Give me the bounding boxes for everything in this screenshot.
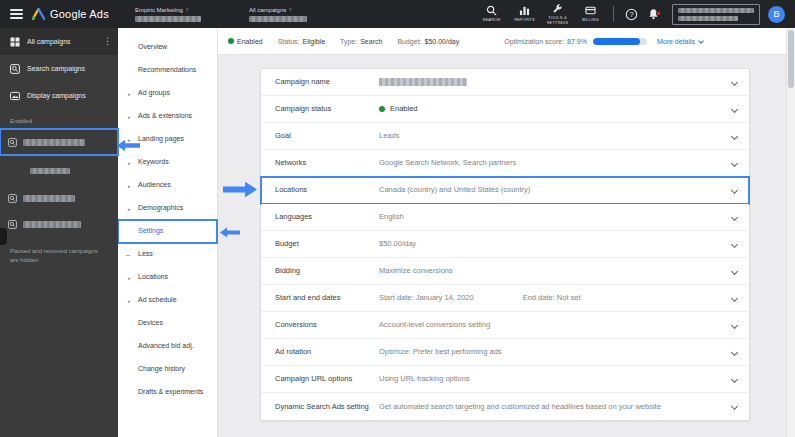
sidebar-collapse-handle[interactable] bbox=[0, 228, 7, 245]
help-icon: ? bbox=[625, 8, 638, 21]
chevron-down-icon[interactable] bbox=[731, 294, 738, 301]
redacted-campaign-name bbox=[23, 195, 75, 202]
nav-item-advanced-bid-adj[interactable]: Advanced bid adj. bbox=[118, 335, 217, 358]
nav-item-less[interactable]: –Less bbox=[118, 243, 217, 266]
sidebar-item-all-campaigns[interactable]: All campaigns ⋮ bbox=[0, 28, 118, 55]
more-details-label: More details bbox=[657, 38, 695, 45]
sidebar-item-label: Display campaigns bbox=[27, 92, 86, 99]
enabled-status[interactable]: Enabled bbox=[228, 38, 263, 45]
chevron-down-icon[interactable] bbox=[731, 375, 738, 382]
optimization-value: 87.9% bbox=[567, 38, 587, 45]
nav-item-ad-schedule[interactable]: ▸Ad schedule bbox=[118, 289, 217, 312]
campaign-item[interactable] bbox=[0, 185, 118, 211]
nav-item-change-history[interactable]: Change history bbox=[118, 358, 217, 381]
settings-row-start-and-end-dates[interactable]: Start and end datesStart date: January 1… bbox=[261, 285, 749, 312]
more-options-icon[interactable]: ⋮ bbox=[103, 37, 112, 46]
status-field: Status: Eligible bbox=[278, 38, 325, 45]
breadcrumb-campaigns[interactable]: All campaigns › bbox=[249, 6, 307, 22]
settings-row-locations[interactable]: LocationsCanada (country) and United Sta… bbox=[261, 177, 749, 204]
optimization-label: Optimization score: bbox=[504, 38, 564, 45]
settings-row-bidding[interactable]: BiddingMaximize conversions bbox=[261, 258, 749, 285]
settings-row-ad-rotation[interactable]: Ad rotationOptimize: Prefer best perform… bbox=[261, 339, 749, 366]
chevron-down-icon[interactable] bbox=[731, 159, 738, 166]
redacted-campaign-name bbox=[23, 221, 81, 228]
main-content: Enabled Status: Eligible Type: Search Bu… bbox=[218, 28, 795, 437]
nav-item-label: Advanced bid adj. bbox=[138, 342, 194, 351]
nav-item-keywords[interactable]: ▸Keywords bbox=[118, 151, 217, 174]
settings-row-conversions[interactable]: ConversionsAccount-level conversions set… bbox=[261, 312, 749, 339]
topnav-label: SEARCH bbox=[483, 18, 501, 23]
help-button[interactable]: ? bbox=[620, 8, 642, 21]
campaign-item-selected[interactable] bbox=[0, 129, 118, 155]
settings-row-dynamic-search-ads-setting[interactable]: Dynamic Search Ads settingGet automated … bbox=[261, 393, 749, 420]
setting-value: Using URL tracking options bbox=[379, 374, 722, 384]
breadcrumb-chevron-icon: › bbox=[186, 6, 188, 13]
settings-row-budget[interactable]: Budget$50.00/day bbox=[261, 231, 749, 258]
nav-item-demographics[interactable]: ▸Demographics bbox=[118, 197, 217, 220]
setting-label: Campaign name bbox=[275, 77, 379, 87]
campaign-item[interactable] bbox=[0, 211, 118, 237]
campaign-icon bbox=[8, 138, 17, 147]
chevron-down-icon[interactable] bbox=[731, 213, 738, 220]
setting-value: Maximize conversions bbox=[379, 266, 722, 276]
more-details-button[interactable]: More details bbox=[657, 38, 703, 45]
menu-icon[interactable] bbox=[10, 9, 23, 19]
settings-row-campaign-url-options[interactable]: Campaign URL optionsUsing URL tracking o… bbox=[261, 366, 749, 393]
topnav-search-button[interactable]: SEARCH bbox=[475, 0, 508, 28]
sidebar-item-display-campaigns[interactable]: Display campaigns bbox=[0, 82, 118, 109]
chevron-down-icon[interactable] bbox=[731, 78, 738, 85]
chevron-down-icon[interactable] bbox=[731, 240, 738, 247]
scrollbar-thumb[interactable] bbox=[788, 30, 794, 88]
svg-text:?: ? bbox=[629, 10, 633, 19]
topnav-billing-button[interactable]: BILLING bbox=[574, 0, 607, 28]
breadcrumb-account[interactable]: Empiric Marketing › bbox=[135, 6, 201, 22]
product-name: Google Ads bbox=[50, 8, 109, 20]
chevron-down-icon[interactable] bbox=[731, 186, 738, 193]
nav-item-landing-pages[interactable]: ▸Landing pages bbox=[118, 128, 217, 151]
optimization-score-field: Optimization score: 87.9% bbox=[504, 38, 587, 45]
optimization-score-fill bbox=[593, 38, 640, 45]
billing-icon bbox=[585, 5, 596, 16]
topnav-tools-settings-button[interactable]: TOOLS & SETTINGS bbox=[541, 0, 574, 28]
enabled-dot-icon bbox=[228, 38, 234, 44]
nav-item-devices[interactable]: Devices bbox=[118, 312, 217, 335]
nav-item-label: Ads & extensions bbox=[138, 112, 192, 121]
nav-item-overview[interactable]: Overview bbox=[118, 36, 217, 59]
notifications-button[interactable] bbox=[642, 8, 664, 20]
chevron-down-icon[interactable] bbox=[731, 321, 738, 328]
nav-item-locations[interactable]: ▸Locations bbox=[118, 266, 217, 289]
chevron-down-icon[interactable] bbox=[731, 132, 738, 139]
campaign-statusbar: Enabled Status: Eligible Type: Search Bu… bbox=[218, 28, 795, 55]
setting-label: Campaign URL options bbox=[275, 374, 379, 384]
settings-row-networks[interactable]: NetworksGoogle Search Network, Search pa… bbox=[261, 150, 749, 177]
nav-item-recommendations[interactable]: Recommendations bbox=[118, 59, 217, 82]
vertical-scrollbar[interactable] bbox=[786, 28, 795, 437]
campaign-subitem[interactable] bbox=[0, 155, 118, 185]
settings-row-goal[interactable]: GoalLeads bbox=[261, 123, 749, 150]
setting-value-text: $50.00/day bbox=[379, 239, 416, 249]
search-icon bbox=[486, 5, 497, 16]
avatar[interactable]: B bbox=[768, 6, 785, 23]
chevron-down-icon[interactable] bbox=[731, 267, 738, 274]
nav-item-label: Ad groups bbox=[138, 89, 170, 98]
settings-row-campaign-name[interactable]: Campaign name bbox=[261, 69, 749, 96]
nav-item-settings[interactable]: Settings bbox=[118, 220, 217, 243]
sidebar-item-search-campaigns[interactable]: Search campaigns bbox=[0, 55, 118, 82]
chevron-down-icon[interactable] bbox=[731, 403, 738, 410]
setting-value-text: Start date: January 14, 2020 bbox=[379, 293, 474, 303]
settings-row-languages[interactable]: LanguagesEnglish bbox=[261, 204, 749, 231]
account-info[interactable] bbox=[672, 4, 760, 25]
enabled-status-dot-icon bbox=[379, 106, 385, 112]
nav-item-ad-groups[interactable]: ▸Ad groups bbox=[118, 82, 217, 105]
chevron-down-icon[interactable] bbox=[731, 348, 738, 355]
nav-item-audiences[interactable]: ▸Audiences bbox=[118, 174, 217, 197]
nav-item-drafts-experiments[interactable]: Drafts & experiments bbox=[118, 381, 217, 404]
setting-value-text: Get automated search targeting and custo… bbox=[379, 402, 661, 412]
settings-row-campaign-status[interactable]: Campaign statusEnabled bbox=[261, 96, 749, 123]
nav-item-ads-extensions[interactable]: ▸Ads & extensions bbox=[118, 105, 217, 128]
topnav-reports-button[interactable]: REPORTS bbox=[508, 0, 541, 28]
optimization-score-bar bbox=[593, 38, 647, 45]
setting-value-text: Enabled bbox=[390, 104, 418, 114]
setting-value-text: English bbox=[379, 212, 404, 222]
chevron-down-icon[interactable] bbox=[731, 105, 738, 112]
